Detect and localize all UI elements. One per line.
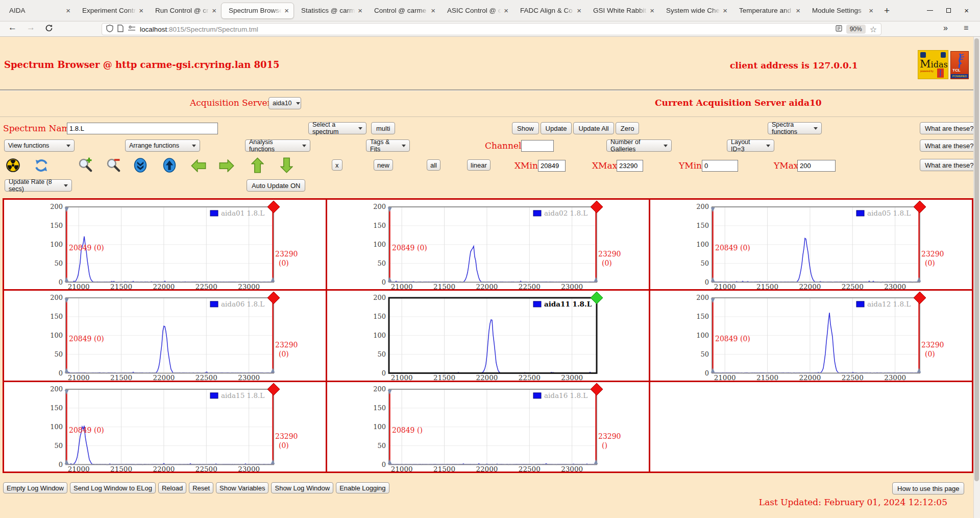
update-all-button[interactable]: Update All: [573, 122, 614, 134]
spectrum-chart-aida05[interactable]: 0501001502002100021500220002250023000208…: [650, 200, 972, 289]
show-button[interactable]: Show: [512, 122, 539, 134]
spectrum-chart-aida11[interactable]: 0501001502002100021500220002250023000aid…: [327, 291, 649, 380]
arrow-down-icon[interactable]: [280, 157, 293, 175]
page-info-icon[interactable]: [117, 25, 124, 34]
tab-close-icon[interactable]: ×: [575, 6, 583, 15]
auto-update-button[interactable]: Auto Update ON: [247, 179, 305, 192]
browser-tab[interactable]: ASIC Control @ c×: [440, 3, 513, 19]
browser-tab[interactable]: System wide Che×: [659, 3, 732, 19]
zoom-level-badge[interactable]: 90%: [846, 25, 866, 34]
refresh-icon[interactable]: [34, 158, 48, 175]
show-log-window-button[interactable]: Show Log Window: [271, 482, 333, 493]
ymax-input[interactable]: [797, 160, 836, 172]
permissions-icon[interactable]: [128, 25, 136, 33]
browser-tab[interactable]: Module Settings×: [805, 3, 878, 19]
spectrum-chart-aida16[interactable]: 0501001502002100021500220002250023000208…: [327, 382, 649, 472]
empty-log-window-button[interactable]: Empty Log Window: [3, 482, 67, 493]
minimize-icon[interactable]: [927, 10, 933, 11]
channel-input[interactable]: [521, 140, 554, 152]
what-are-these-button-row1[interactable]: What are these?: [920, 122, 978, 134]
reader-view-icon[interactable]: [836, 25, 842, 33]
select-spectrum-dropdown[interactable]: Select a spectrum: [308, 122, 366, 134]
zoom-out-icon[interactable]: [106, 157, 121, 175]
tab-close-icon[interactable]: ×: [648, 6, 656, 15]
browser-tab[interactable]: AIDA×: [2, 3, 75, 19]
tab-close-icon[interactable]: ×: [283, 6, 290, 15]
layout-id-dropdown[interactable]: Layout ID=3: [727, 139, 774, 152]
all-button[interactable]: all: [427, 159, 440, 171]
reload-icon[interactable]: [45, 24, 53, 35]
url-text[interactable]: localhost:8015/Spectrum/Spectrum.tml: [140, 26, 831, 33]
tab-close-icon[interactable]: ×: [794, 6, 802, 15]
what-are-these-button-row2[interactable]: What are these?: [920, 139, 978, 152]
url-bar[interactable]: localhost:8015/Spectrum/Spectrum.tml 90%…: [102, 23, 881, 35]
reset-button[interactable]: Reset: [189, 482, 213, 493]
radiation-icon[interactable]: [6, 158, 20, 174]
reload-button[interactable]: Reload: [158, 482, 186, 493]
browser-tab[interactable]: FADC Align & Co×: [513, 3, 586, 19]
bookmark-star-icon[interactable]: ☆: [870, 25, 877, 34]
tab-close-icon[interactable]: ×: [429, 6, 437, 15]
tab-close-icon[interactable]: ×: [356, 6, 364, 15]
tab-close-icon[interactable]: ×: [867, 6, 875, 15]
how-to-use-button[interactable]: How to use this page: [892, 482, 964, 495]
update-button[interactable]: Update: [541, 122, 572, 134]
forward-icon[interactable]: →: [27, 22, 35, 33]
xmax-input[interactable]: [617, 160, 643, 172]
browser-tab[interactable]: Control @ carme×: [367, 3, 440, 19]
browser-tab[interactable]: Temperature and×: [732, 3, 805, 19]
arrow-up-icon[interactable]: [251, 157, 264, 175]
spectrum-chart-aida06[interactable]: 0501001502002100021500220002250023000208…: [4, 291, 326, 380]
browser-tab[interactable]: GSI White Rabbit×: [586, 3, 659, 19]
spectrum-chart-aida15[interactable]: 0501001502002100021500220002250023000208…: [4, 382, 326, 472]
new-tab-button[interactable]: +: [878, 5, 896, 16]
spectrum-name-input[interactable]: [67, 123, 218, 134]
toolbar-overflow-icon[interactable]: »: [943, 23, 948, 33]
analysis-functions-dropdown[interactable]: Analysis functions: [245, 139, 310, 152]
send-log-window-to-elog-button[interactable]: Send Log Window to ELog: [70, 482, 156, 493]
browser-tab[interactable]: Spectrum Browse×: [221, 3, 294, 19]
spectrum-chart-aida12[interactable]: 0501001502002100021500220002250023000208…: [650, 291, 972, 380]
number-of-galleries-dropdown[interactable]: Number of Galleries: [606, 139, 672, 152]
tags-fits-dropdown[interactable]: Tags & Fits: [366, 139, 410, 152]
menu-icon[interactable]: ≡: [964, 23, 968, 33]
scrollbar-thumb[interactable]: [974, 38, 979, 481]
enable-logging-button[interactable]: Enable Logging: [336, 482, 389, 493]
maximize-icon[interactable]: [946, 8, 951, 13]
multi-button[interactable]: multi: [371, 122, 395, 134]
arrange-functions-dropdown[interactable]: Arrange functions: [125, 139, 200, 152]
arrow-left-icon[interactable]: [191, 159, 206, 174]
update-rate-dropdown[interactable]: Update Rate (8 secs): [5, 179, 72, 192]
browser-tab[interactable]: Run Control @ cr×: [148, 3, 221, 19]
show-variables-button[interactable]: Show Variables: [216, 482, 268, 493]
x-axis-button[interactable]: x: [332, 159, 342, 171]
svg-text:23290: 23290: [598, 432, 621, 440]
svg-text:0: 0: [382, 278, 386, 286]
close-icon[interactable]: ×: [964, 7, 969, 14]
tab-close-icon[interactable]: ×: [502, 6, 510, 15]
what-are-these-button-row3[interactable]: What are these?: [920, 159, 978, 171]
acquisition-server-select[interactable]: aida10: [268, 97, 301, 109]
browser-tab[interactable]: Statistics @ carm×: [294, 3, 367, 19]
xmin-input[interactable]: [538, 160, 566, 172]
shield-icon[interactable]: [106, 25, 113, 34]
tab-close-icon[interactable]: ×: [210, 6, 218, 15]
expand-vertical-icon[interactable]: [163, 158, 176, 175]
back-icon[interactable]: ←: [8, 22, 17, 33]
ymin-input[interactable]: [702, 160, 738, 172]
zero-button[interactable]: Zero: [616, 122, 640, 134]
spectrum-chart-aida01[interactable]: 0501001502002100021500220002250023000208…: [4, 200, 326, 289]
zoom-in-icon[interactable]: [78, 157, 93, 175]
spectrum-chart-aida02[interactable]: 0501001502002100021500220002250023000208…: [327, 200, 649, 289]
linear-button[interactable]: linear: [467, 159, 491, 171]
tab-close-icon[interactable]: ×: [721, 6, 729, 15]
tab-close-icon[interactable]: ×: [137, 6, 145, 15]
page-scrollbar[interactable]: [973, 37, 980, 518]
view-functions-dropdown[interactable]: View functions: [4, 139, 75, 152]
tab-close-icon[interactable]: ×: [64, 6, 72, 15]
compress-vertical-icon[interactable]: [134, 158, 147, 175]
arrow-right-icon[interactable]: [219, 159, 234, 174]
new-button[interactable]: new: [374, 159, 393, 171]
browser-tab[interactable]: Experiment Contr×: [75, 3, 148, 19]
spectra-functions-dropdown[interactable]: Spectra functions: [768, 122, 822, 134]
